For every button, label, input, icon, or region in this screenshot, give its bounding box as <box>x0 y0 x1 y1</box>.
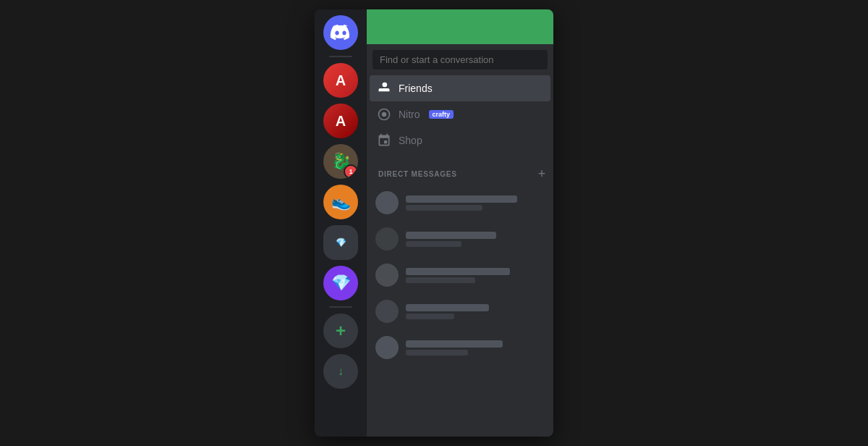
nitro-icon <box>377 107 391 122</box>
friends-icon <box>377 81 391 96</box>
server-icon-creature[interactable]: 🐉 <box>323 144 358 179</box>
dm-add-button[interactable]: + <box>536 168 548 180</box>
dm-avatar <box>375 300 399 323</box>
dm-section-label: DIRECT MESSAGES <box>378 170 457 178</box>
dm-name-bar <box>406 195 517 203</box>
dm-name-bar <box>406 232 496 239</box>
server-label: 🐉 <box>331 152 351 171</box>
nav-item-nitro-label: Nitro <box>399 109 420 120</box>
nav-item-shop-label: Shop <box>399 135 422 146</box>
dm-nav: Friends Nitro crafty <box>367 72 553 156</box>
dm-sub-bar <box>406 277 475 283</box>
server-icon-ariadne1[interactable]: A <box>323 63 358 98</box>
dm-panel: Friends Nitro crafty <box>367 9 553 437</box>
dm-name-bar <box>406 268 510 275</box>
dm-text-area <box>406 304 545 319</box>
dm-avatar <box>375 336 399 359</box>
discord-logo-icon <box>330 25 352 41</box>
server-sidebar: A A 🐉 👟 💎 💎 + ↓ <box>315 9 367 437</box>
dm-list-item[interactable] <box>370 185 550 220</box>
dm-text-area <box>406 340 545 355</box>
dm-text-area <box>406 195 545 211</box>
dm-avatar <box>375 264 399 287</box>
dm-sub-bar <box>406 350 468 355</box>
dm-sub-bar <box>406 205 482 211</box>
server-divider-2 <box>329 306 352 308</box>
dm-list-item[interactable] <box>370 330 550 365</box>
dm-avatar <box>375 191 399 214</box>
server-icon-layered[interactable]: 💎 <box>323 266 358 300</box>
dm-text-area <box>406 232 545 247</box>
dm-search-area <box>367 44 553 72</box>
server-icon-home[interactable] <box>323 15 358 50</box>
dm-sub-bar <box>406 241 461 247</box>
server-label: 💎 <box>331 274 351 293</box>
find-conversation-input[interactable] <box>373 50 548 70</box>
server-label: A <box>336 113 346 130</box>
add-icon: + <box>336 321 346 341</box>
nav-item-shop[interactable]: Shop <box>370 127 550 153</box>
server-divider <box>329 56 352 57</box>
discord-window: A A 🐉 👟 💎 💎 + ↓ <box>315 9 553 437</box>
server-icon-ks[interactable]: 💎 <box>323 225 358 260</box>
dm-list-item[interactable] <box>370 294 550 329</box>
dm-list-item[interactable] <box>370 222 550 256</box>
dm-header-bar <box>367 9 553 44</box>
nitro-badge: crafty <box>429 110 454 119</box>
dm-name-bar <box>406 304 489 311</box>
nav-item-friends[interactable]: Friends <box>370 75 550 101</box>
dm-section-header: DIRECT MESSAGES + <box>367 156 553 182</box>
download-icon: ↓ <box>338 365 344 378</box>
dm-name-bar <box>406 340 503 348</box>
server-label: 👟 <box>331 193 351 211</box>
server-label: A <box>336 72 346 89</box>
nav-item-nitro[interactable]: Nitro crafty <box>370 101 550 127</box>
server-icon-download[interactable]: ↓ <box>323 354 358 389</box>
dm-text-area <box>406 268 545 283</box>
server-label: 💎 <box>336 237 346 248</box>
server-icon-add[interactable]: + <box>323 314 358 348</box>
dm-list <box>367 182 553 437</box>
dm-sub-bar <box>406 314 454 319</box>
shop-icon <box>377 133 391 148</box>
dm-list-item[interactable] <box>370 258 550 293</box>
server-icon-sneaker[interactable]: 👟 <box>323 185 358 219</box>
nav-item-friends-label: Friends <box>399 83 433 94</box>
dm-avatar <box>375 227 399 251</box>
server-icon-ariadne2[interactable]: A <box>323 104 358 138</box>
